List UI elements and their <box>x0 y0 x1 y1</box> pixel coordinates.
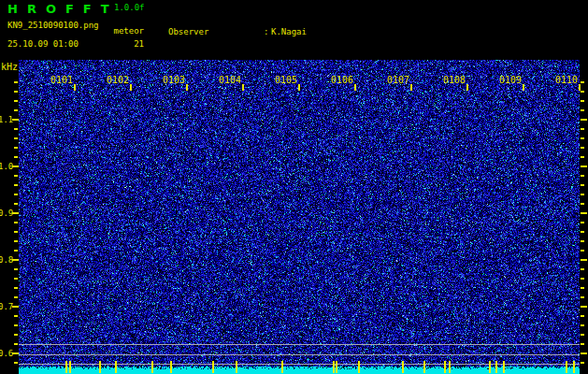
freq-minor-tick-left <box>14 287 18 289</box>
freq-minor-tick-right <box>581 334 584 336</box>
freq-minor-tick-right <box>581 268 584 270</box>
freq-minor-tick-left <box>14 175 18 177</box>
freq-minor-tick-left <box>14 268 18 270</box>
freq-minor-tick-left <box>14 334 18 336</box>
freq-minor-tick-left <box>14 222 18 223</box>
freq-axis-label: 0.7 <box>0 302 12 311</box>
time-tick <box>354 84 356 91</box>
freq-minor-tick-right <box>581 362 584 364</box>
freq-minor-tick-right <box>581 203 584 205</box>
time-axis-label: 0109 <box>498 75 522 85</box>
hrofft-window: HROFFT 1.0.0f KN9_2510090100.png meteor … <box>0 0 588 374</box>
freq-minor-tick-right <box>581 184 584 186</box>
freq-minor-tick-left <box>14 296 18 298</box>
freq-minor-tick-left <box>14 362 18 364</box>
freq-minor-tick-right <box>581 287 584 289</box>
freq-minor-tick-right <box>581 156 584 158</box>
freq-major-tick-left <box>12 119 19 121</box>
freq-major-tick-right <box>581 352 587 354</box>
time-axis-label: 0104 <box>218 75 241 85</box>
time-tick <box>130 84 132 91</box>
freq-minor-tick-left <box>14 250 18 252</box>
freq-minor-tick-left <box>14 100 18 102</box>
time-tick <box>186 84 188 91</box>
freq-axis-unit: kHz <box>1 62 18 72</box>
freq-minor-tick-left <box>14 137 18 139</box>
time-tick <box>466 84 468 91</box>
freq-major-tick-right <box>581 212 587 214</box>
time-tick <box>298 84 300 91</box>
observation-datetime: 25.10.09 01:00 <box>7 39 79 49</box>
freq-major-tick-left <box>12 212 19 214</box>
freq-major-tick-right <box>581 259 587 261</box>
freq-minor-tick-left <box>14 91 18 93</box>
freq-minor-tick-left <box>14 343 18 345</box>
info-separator: : <box>264 26 271 37</box>
app-version: 1.0.0f <box>114 3 145 12</box>
freq-minor-tick-left <box>14 156 18 158</box>
meteor-count-value: 21 <box>105 39 144 49</box>
output-filename: KN9_2510090100.png <box>7 21 99 30</box>
freq-minor-tick-left <box>14 278 18 280</box>
freq-axis-label: 1.0 <box>0 162 12 171</box>
freq-minor-tick-right <box>581 315 584 317</box>
freq-minor-tick-right <box>581 296 584 298</box>
freq-minor-tick-left <box>14 315 18 317</box>
time-tick <box>523 84 524 91</box>
freq-minor-tick-left <box>14 194 18 195</box>
freq-minor-tick-left <box>14 81 18 83</box>
freq-minor-tick-left <box>14 109 18 111</box>
freq-minor-tick-right <box>581 250 584 252</box>
freq-minor-tick-right <box>581 240 584 242</box>
freq-axis-label: 0.6 <box>0 349 12 358</box>
freq-major-tick-left <box>12 259 19 261</box>
freq-axis-label: 0.8 <box>0 255 12 265</box>
freq-minor-tick-right <box>581 324 584 326</box>
freq-major-tick-left <box>12 165 19 167</box>
freq-minor-tick-right <box>581 194 584 195</box>
meteor-count-label: meteor <box>105 26 144 36</box>
freq-major-tick-right <box>581 119 587 121</box>
freq-major-tick-right <box>581 165 587 167</box>
freq-minor-tick-right <box>581 91 584 93</box>
freq-major-tick-left <box>12 306 19 308</box>
info-row-observer: Observer:K.Nagai <box>168 26 494 37</box>
time-tick <box>410 84 412 91</box>
freq-minor-tick-right <box>581 175 584 177</box>
time-tick <box>579 84 581 91</box>
time-axis-label: 0107 <box>386 75 409 85</box>
freq-axis-label: 0.9 <box>0 209 12 218</box>
time-axis-label: 0110 <box>554 75 578 85</box>
freq-minor-tick-left <box>14 240 18 242</box>
freq-minor-tick-right <box>581 343 584 345</box>
time-axis-label: 0103 <box>162 75 185 85</box>
time-axis-label: 0101 <box>50 75 73 85</box>
time-axis-label: 0106 <box>330 75 353 85</box>
freq-minor-tick-left <box>14 324 18 326</box>
freq-minor-tick-right <box>581 128 584 130</box>
freq-axis-label: 1.1 <box>0 115 12 124</box>
freq-major-tick-right <box>581 306 587 308</box>
freq-minor-tick-right <box>581 231 584 233</box>
info-label: Observer <box>168 26 264 37</box>
time-axis-label: 0108 <box>442 75 466 85</box>
freq-minor-tick-right <box>581 278 584 280</box>
info-value: K.Nagai <box>271 27 307 36</box>
freq-minor-tick-left <box>14 147 18 149</box>
freq-minor-tick-left <box>14 231 18 233</box>
time-axis-label: 0105 <box>274 75 297 85</box>
freq-minor-tick-left <box>14 203 18 205</box>
freq-minor-tick-right <box>581 222 584 223</box>
freq-minor-tick-right <box>581 147 584 149</box>
freq-major-tick-left <box>12 352 19 354</box>
time-tick <box>242 84 244 91</box>
freq-minor-tick-left <box>14 128 18 130</box>
freq-minor-tick-left <box>14 184 18 186</box>
time-axis-label: 0102 <box>106 75 129 85</box>
spectrogram-canvas <box>19 60 580 374</box>
app-title: HROFFT <box>7 2 119 16</box>
freq-minor-tick-right <box>581 109 584 111</box>
time-tick <box>74 84 76 91</box>
freq-minor-tick-right <box>581 100 584 102</box>
freq-minor-tick-right <box>581 137 584 139</box>
